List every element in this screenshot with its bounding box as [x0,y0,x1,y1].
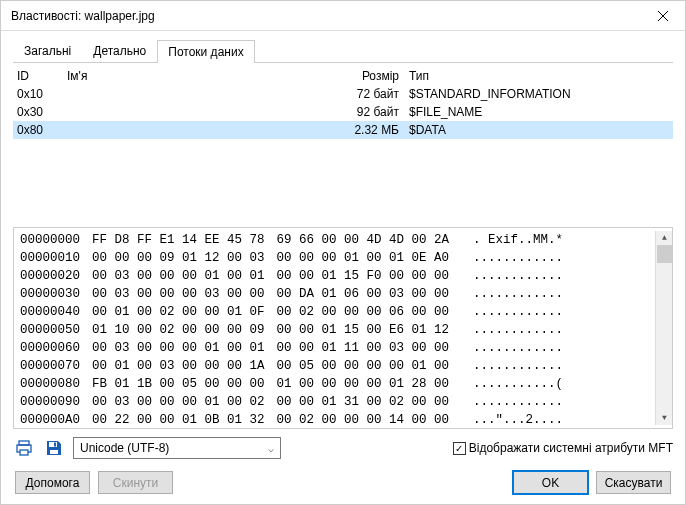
table-row[interactable]: 0x10 72 байт $STANDARD_INFORMATION [13,85,673,103]
hex-ascii: . Exif..MM.*............................… [455,231,569,425]
encoding-value: Unicode (UTF-8) [80,441,169,455]
tab-detailed[interactable]: Детально [82,39,157,62]
hex-bytes-left: FF D8 FF E1 14 EE 45 7800 00 00 09 01 12… [86,231,271,425]
header-name[interactable]: Ім'я [67,69,339,83]
titlebar: Властивості: wallpaper.jpg [1,1,685,31]
svg-rect-5 [54,443,56,447]
checkbox-icon: ✓ [453,442,466,455]
reset-button[interactable]: Скинути [98,471,173,494]
scroll-thumb[interactable] [657,245,672,263]
header-id[interactable]: ID [17,69,67,83]
scroll-down-icon[interactable]: ▼ [656,411,673,425]
table-row[interactable]: 0x80 2.32 МБ $DATA [13,121,673,139]
tab-general[interactable]: Загальні [13,39,82,62]
svg-rect-2 [20,450,28,455]
save-icon [45,439,63,457]
stream-table: ID Ім'я Розмір Тип 0x10 72 байт $STANDAR… [13,67,673,139]
table-row[interactable]: 0x30 92 байт $FILE_NAME [13,103,673,121]
print-icon [15,439,33,457]
encoding-select[interactable]: Unicode (UTF-8) [73,437,281,459]
mft-checkbox[interactable]: ✓ Відображати системні атрибути MFT [453,441,673,455]
hex-offsets: 0000000000000010000000200000003000000040… [14,231,86,425]
save-button[interactable] [43,437,65,459]
close-icon [658,11,668,21]
tab-bar: Загальні Детально Потоки даних [13,39,673,63]
help-button[interactable]: Допомога [15,471,90,494]
hex-viewer: 0000000000000010000000200000003000000040… [13,227,673,429]
cancel-button[interactable]: Скасувати [596,471,671,494]
window-title: Властивості: wallpaper.jpg [11,9,640,23]
hex-bytes-right: 69 66 00 00 4D 4D 00 2A00 00 00 01 00 01… [271,231,456,425]
scroll-up-icon[interactable]: ▲ [656,231,673,245]
print-button[interactable] [13,437,35,459]
close-button[interactable] [640,1,685,30]
header-size[interactable]: Розмір [339,69,409,83]
table-header: ID Ім'я Розмір Тип [13,67,673,85]
mft-checkbox-label: Відображати системні атрибути MFT [469,441,673,455]
ok-button[interactable]: OK [513,471,588,494]
hex-scrollbar[interactable]: ▲ ▼ [655,231,672,425]
svg-rect-4 [50,450,58,454]
tab-streams[interactable]: Потоки даних [157,40,254,63]
header-type[interactable]: Тип [409,69,669,83]
